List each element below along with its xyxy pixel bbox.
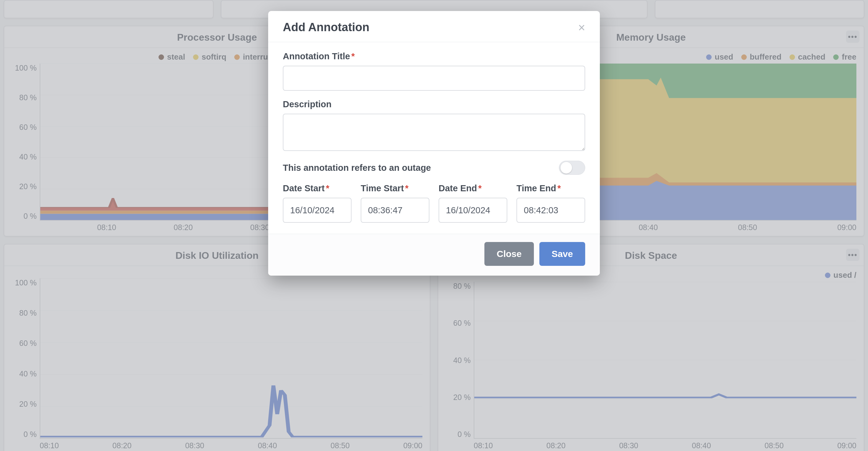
legend-label: steal — [167, 52, 185, 62]
field-time-end: Time End* — [517, 183, 585, 223]
xtick: 08:10 — [97, 223, 116, 233]
panel-menu-button[interactable]: ••• — [846, 249, 860, 261]
swatch-icon — [825, 273, 831, 278]
swatch-icon — [833, 54, 839, 60]
field-description: Description — [283, 99, 585, 152]
legend-item[interactable]: steal — [158, 52, 185, 62]
field-date-end: Date End* — [439, 183, 507, 223]
ytick: 0 % — [458, 430, 471, 439]
date-time-row: Date Start* Time Start* Date End* Time E… — [283, 183, 585, 223]
outage-row: This annotation refers to an outage — [283, 161, 585, 175]
legend-label: cached — [798, 52, 826, 62]
ytick: 100 % — [15, 278, 37, 287]
label-text: Date Start — [283, 183, 325, 193]
legend-item[interactable]: cached — [789, 52, 826, 62]
diskio-series — [40, 278, 423, 438]
modal-body: Annotation Title* Description This annot… — [268, 42, 600, 234]
plot-area[interactable] — [40, 278, 423, 439]
xtick: 08:40 — [258, 441, 277, 451]
xtick: 08:30 — [619, 441, 638, 451]
label-text: Date End — [439, 183, 477, 193]
xtick: 08:30 — [250, 223, 269, 233]
date-start-input[interactable] — [283, 198, 351, 223]
ytick: 0 % — [24, 212, 37, 220]
time-start-input[interactable] — [361, 198, 429, 223]
modal-header: Add Annotation × — [268, 11, 600, 42]
label-text: Description — [283, 99, 332, 109]
ytick: 40 % — [19, 369, 37, 378]
panel-menu-button[interactable]: ••• — [846, 31, 860, 43]
x-axis: 08:10 08:20 08:30 08:40 08:50 09:00 — [40, 439, 423, 451]
ytick: 20 % — [19, 400, 37, 409]
ellipsis-icon: ••• — [848, 250, 857, 259]
required-asterisk: * — [478, 183, 482, 193]
panel-title-text: Disk Space — [625, 250, 677, 261]
save-button[interactable]: Save — [539, 242, 585, 266]
field-date-start: Date Start* — [283, 183, 351, 223]
description-textarea[interactable] — [283, 114, 585, 151]
legend-item[interactable]: used — [706, 52, 733, 62]
xtick: 08:10 — [40, 441, 59, 451]
ytick: 60 % — [19, 339, 37, 348]
annotation-title-input[interactable] — [283, 66, 585, 91]
swatch-icon — [706, 54, 712, 60]
modal-footer: Close Save — [268, 234, 600, 276]
ytick: 0 % — [24, 430, 37, 439]
plot-area[interactable] — [474, 282, 857, 439]
xtick: 08:10 — [474, 441, 493, 451]
outage-toggle[interactable] — [559, 161, 585, 175]
ytick: 20 % — [453, 393, 471, 402]
field-label: Annotation Title* — [283, 51, 585, 61]
diskspace-series — [474, 282, 857, 438]
legend-label: used — [715, 52, 733, 62]
xtick: 08:50 — [738, 223, 757, 233]
x-axis: 08:10 08:20 08:30 08:40 08:50 09:00 — [474, 439, 857, 451]
field-time-start: Time Start* — [361, 183, 429, 223]
plot: 100 % 80 % 60 % 40 % 20 % 0 % — [4, 266, 430, 451]
time-end-input[interactable] — [517, 198, 585, 223]
required-asterisk: * — [326, 183, 329, 193]
legend-item[interactable]: buffered — [741, 52, 781, 62]
legend-item[interactable]: used / — [825, 270, 857, 280]
panel-title-text: Disk IO Utilization — [175, 250, 258, 261]
ellipsis-icon: ••• — [848, 32, 857, 41]
ytick: 80 % — [19, 93, 37, 102]
xtick: 08:40 — [639, 223, 658, 233]
xtick: 08:20 — [174, 223, 193, 233]
legend-item[interactable]: softirq — [193, 52, 226, 62]
panel-title-text: Processor Usage — [177, 32, 257, 43]
required-asterisk: * — [557, 183, 561, 193]
close-icon[interactable]: × — [578, 21, 585, 34]
xtick: 08:30 — [185, 441, 204, 451]
legend-label: buffered — [750, 52, 781, 62]
top-card — [655, 0, 865, 18]
legend-label: used / — [834, 270, 857, 280]
xtick: 09:00 — [837, 223, 857, 233]
legend-item[interactable]: free — [833, 52, 857, 62]
ytick: 20 % — [19, 182, 37, 191]
label-text: Time End — [517, 183, 556, 193]
field-label: Description — [283, 99, 585, 110]
xtick: 08:40 — [692, 441, 711, 451]
ytick: 40 % — [19, 152, 37, 161]
xtick: 09:00 — [403, 441, 423, 451]
swatch-icon — [193, 54, 198, 60]
close-button[interactable]: Close — [485, 242, 534, 266]
ytick: 100 % — [15, 64, 37, 72]
top-card — [4, 0, 214, 18]
plot: 80 % 60 % 40 % 20 % 0 % 08:10 — [438, 282, 864, 451]
date-end-input[interactable] — [439, 198, 507, 223]
ytick: 80 % — [453, 282, 471, 291]
xtick: 09:00 — [837, 441, 857, 451]
xtick: 08:20 — [547, 441, 566, 451]
swatch-icon — [234, 54, 240, 60]
swatch-icon — [789, 54, 795, 60]
ytick: 40 % — [453, 356, 471, 365]
ytick: 60 % — [19, 123, 37, 132]
outage-label: This annotation refers to an outage — [283, 163, 431, 173]
toggle-knob — [560, 162, 572, 174]
ytick: 80 % — [19, 309, 37, 318]
legend-label: softirq — [202, 52, 226, 62]
xtick: 08:20 — [113, 441, 132, 451]
swatch-icon — [158, 54, 164, 60]
